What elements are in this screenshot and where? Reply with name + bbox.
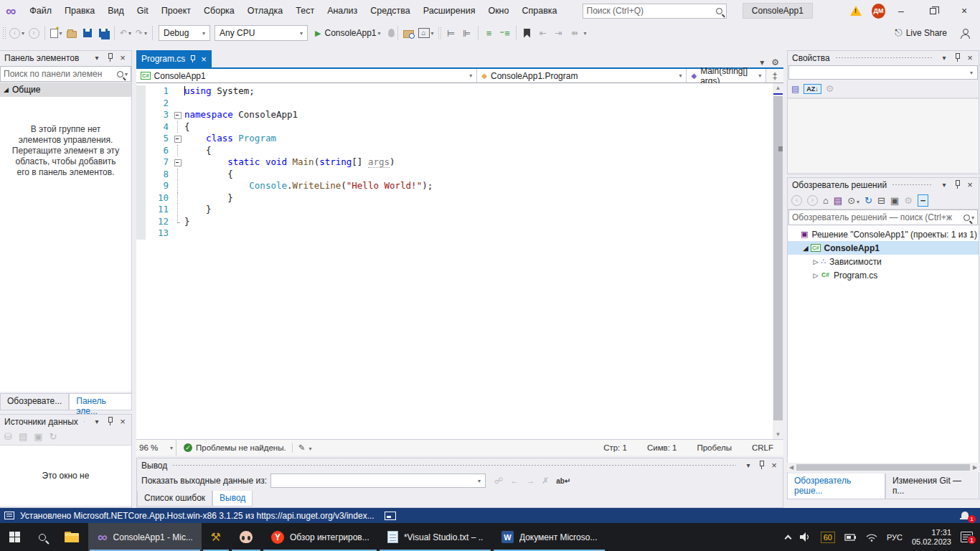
clock[interactable]: 17:31 05.02.2023: [912, 528, 951, 547]
find-message-icon[interactable]: ☍: [494, 476, 503, 486]
toolbar-grip[interactable]: [2, 27, 6, 39]
code-cleanup-icon[interactable]: ✎ ▾: [298, 443, 312, 453]
breakpoint-gutter[interactable]: [136, 98, 146, 110]
solution-search-box[interactable]: ▾: [788, 209, 978, 225]
volume-icon[interactable]: [800, 532, 811, 542]
code-line[interactable]: 9 Console.WriteLine("Hello World!");: [136, 180, 783, 192]
tab-server-explorer[interactable]: Обозревате...: [0, 394, 69, 410]
split-window-button[interactable]: ‡: [766, 69, 783, 83]
configuration-combo[interactable]: Debug▾: [159, 25, 210, 41]
back-icon[interactable]: ‹: [791, 195, 802, 206]
close-icon[interactable]: ×: [768, 460, 780, 471]
nav-member-combo[interactable]: ◆ Main(string[] args) ▾: [687, 69, 766, 83]
menu-item-сборка[interactable]: Сборка: [197, 3, 241, 19]
taskbar-search[interactable]: [29, 523, 55, 551]
menu-item-проект[interactable]: Проект: [155, 3, 197, 19]
panel-drag-handle[interactable]: [172, 463, 736, 467]
column-indicator[interactable]: Симв: 1: [637, 443, 687, 452]
refresh-icon[interactable]: ↻: [50, 431, 57, 442]
gear-icon[interactable]: ⚙: [771, 57, 779, 67]
breakpoint-gutter[interactable]: [136, 133, 146, 145]
navigate-back-button[interactable]: ‹▾: [8, 24, 26, 42]
breakpoint-gutter[interactable]: [136, 109, 146, 121]
panel-menu-icon[interactable]: ▾: [938, 54, 950, 62]
new-file-button[interactable]: ▾: [48, 24, 64, 42]
code-line[interactable]: 10 }: [136, 192, 783, 204]
hot-reload-icon[interactable]: [388, 29, 395, 37]
properties-object-combo[interactable]: ▾: [788, 65, 978, 80]
menu-item-тест[interactable]: Тест: [289, 3, 321, 19]
health-status-text[interactable]: Проблемы не найдены.: [196, 443, 286, 452]
tree-item-consoleapp1[interactable]: ◢C#ConsoleApp1: [788, 241, 979, 255]
notification-text[interactable]: Установлено Microsoft.NETCore.App.Host.w…: [20, 511, 374, 521]
taskbar-visual-studio[interactable]: ∞ConsoleApp1 - Mic...: [88, 523, 202, 551]
clear-bookmarks-button[interactable]: ⇻: [567, 24, 583, 42]
outline-collapse-box-icon[interactable]: [171, 133, 184, 145]
configure-data-source-icon[interactable]: ▣: [34, 431, 42, 442]
pin-icon[interactable]: [104, 417, 116, 427]
eol-indicator[interactable]: CRLF: [742, 443, 783, 452]
breakpoint-gutter[interactable]: [136, 121, 146, 133]
pin-icon[interactable]: [104, 53, 116, 63]
taskbar-isaac-game[interactable]: [230, 523, 262, 551]
menu-item-окно[interactable]: Окно: [481, 3, 515, 19]
home-icon[interactable]: ⌂: [823, 195, 829, 206]
battery-percent-indicator[interactable]: 60: [821, 532, 835, 543]
close-icon[interactable]: ×: [201, 54, 207, 65]
code-line[interactable]: 12}: [136, 216, 783, 228]
expanded-arrow-icon[interactable]: ◢: [801, 245, 811, 252]
comment-button[interactable]: ≡: [481, 24, 497, 42]
preview-selected-icon[interactable]: −: [918, 194, 929, 207]
toolbar-overflow-icon[interactable]: ▾: [584, 30, 587, 37]
panel-drag-handle[interactable]: [835, 56, 932, 60]
scroll-right-icon[interactable]: ▶: [971, 464, 979, 471]
next-message-icon[interactable]: →: [526, 476, 534, 486]
find-in-files-button[interactable]: [401, 24, 417, 42]
start-debug-button[interactable]: ▶ConsoleApp1▾: [314, 24, 382, 42]
indent-decrease-button[interactable]: ⊨: [443, 24, 459, 42]
collapsed-arrow-icon[interactable]: ▷: [811, 272, 821, 279]
breakpoint-gutter[interactable]: [136, 85, 146, 98]
refresh-icon[interactable]: ↻: [864, 195, 872, 206]
prev-bookmark-button[interactable]: ⇤: [535, 24, 551, 42]
taskbar-game-tool[interactable]: ⚒: [202, 523, 230, 551]
edit-data-source-icon[interactable]: ▤: [19, 431, 27, 442]
code-line[interactable]: 5 class Program: [136, 133, 783, 145]
switch-views-icon[interactable]: ▤: [834, 195, 842, 206]
outline-collapse-box-icon[interactable]: [171, 156, 184, 169]
breakpoint-gutter[interactable]: [136, 216, 146, 228]
menu-item-средства[interactable]: Средства: [364, 3, 416, 19]
avatar[interactable]: ДМ: [872, 4, 885, 19]
solution-explorer-home-button[interactable]: ⌂▾: [417, 24, 435, 42]
code-line[interactable]: 7 static void Main(string[] args): [136, 156, 783, 169]
solution-search-input[interactable]: [792, 212, 963, 222]
platform-combo[interactable]: Any CPU▾: [215, 25, 308, 41]
action-center-icon[interactable]: 1: [961, 532, 973, 542]
taskbar-file-explorer[interactable]: [55, 523, 88, 551]
uncomment-button[interactable]: ⁼≡: [497, 24, 513, 42]
code-line[interactable]: 2: [136, 98, 783, 110]
feedback-person-icon[interactable]: [960, 29, 970, 38]
clear-all-icon[interactable]: ✗: [542, 476, 549, 486]
minimize-button[interactable]: –: [885, 0, 917, 22]
tree-item-program-cs[interactable]: ▷C#Program.cs: [788, 268, 979, 282]
panel-drag-handle[interactable]: [83, 420, 85, 423]
code-line[interactable]: 8 {: [136, 169, 783, 181]
close-button[interactable]: ×: [948, 0, 980, 22]
tab-program-cs[interactable]: Program.cs ×: [136, 50, 212, 67]
collapse-all-icon[interactable]: ⊟: [877, 195, 885, 206]
breakpoint-gutter[interactable]: [136, 156, 146, 169]
navigate-forward-button[interactable]: ›: [26, 24, 42, 42]
solution-horizontal-scrollbar[interactable]: ◀ ▶: [787, 463, 979, 472]
tab-error-list[interactable]: Список ошибок: [137, 491, 212, 507]
close-icon[interactable]: ×: [117, 416, 128, 427]
title-project-badge[interactable]: ConsoleApp1: [743, 3, 813, 19]
code-line[interactable]: 4{: [136, 121, 783, 133]
tray-overflow-chevron-icon[interactable]: [784, 534, 791, 542]
panel-menu-icon[interactable]: ▾: [91, 418, 103, 425]
taskbar-yandex-browser[interactable]: YОбзор интегриров...: [262, 523, 378, 551]
notifications-bell-icon[interactable]: 1: [961, 510, 973, 522]
code-line[interactable]: 13: [136, 227, 783, 240]
outline-collapse-box-icon[interactable]: [171, 109, 184, 121]
close-icon[interactable]: ×: [964, 52, 976, 63]
